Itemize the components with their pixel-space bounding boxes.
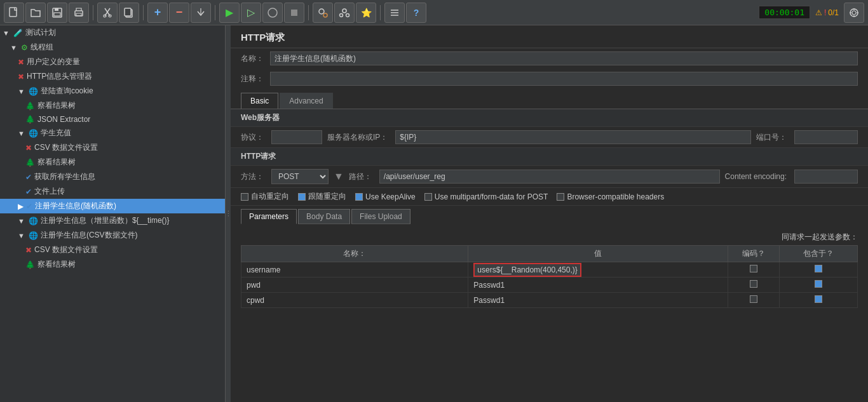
encoding-input[interactable] xyxy=(794,170,858,184)
sidebar-item-student-fill[interactable]: ▼ 🌐 学生充值 xyxy=(0,126,225,140)
tab-advanced[interactable]: Advanced xyxy=(280,93,332,109)
param-value-username: users${__Random(400,450,)} xyxy=(468,262,728,278)
toolbar-print-btn[interactable] xyxy=(69,3,89,23)
expand-icon: ▼ xyxy=(3,29,10,37)
toolbar-add-btn[interactable]: + xyxy=(147,3,168,23)
include-cb-username[interactable] xyxy=(815,265,822,272)
sidebar-item-result-tree1[interactable]: 🌲 察看结果树 xyxy=(0,98,225,113)
http-request-header: HTTP请求 xyxy=(231,148,868,166)
sidebar-item-file-upload[interactable]: ✔ 文件上传 xyxy=(0,184,225,199)
cb-auto-redirect-box[interactable] xyxy=(241,193,248,201)
sub-tab-body-data[interactable]: Body Data xyxy=(298,209,350,224)
cb-browser-compat-label: Browser-compatible headers xyxy=(567,192,664,201)
svg-rect-2 xyxy=(55,8,58,11)
sidebar-item-http-header[interactable]: ✖ HTTP信息头管理器 xyxy=(0,69,225,84)
toolbar-run-btn[interactable]: ▶ xyxy=(219,3,240,23)
sidebar-item-user-vars[interactable]: ✖ 用户定义的变量 xyxy=(0,55,225,69)
web-server-header: Web服务器 xyxy=(231,109,868,127)
cb-follow-redirect-label: 跟随重定向 xyxy=(308,191,346,202)
toolbar-stop-btn[interactable] xyxy=(284,3,304,23)
sidebar-item-json-extractor[interactable]: 🌲 JSON Extractor xyxy=(0,113,225,126)
sidebar-item-label: 察看结果树 xyxy=(37,100,76,111)
svg-point-15 xyxy=(319,9,324,14)
expand-icon-5: ▼ xyxy=(18,217,25,225)
include-cb-pwd[interactable] xyxy=(815,280,822,288)
sidebar-item-test-plan[interactable]: ▼ 🧪 测试计划 xyxy=(0,25,225,40)
web-server-row: 协议： 服务器名称或IP： 端口号： xyxy=(231,127,868,148)
name-input[interactable] xyxy=(270,51,858,65)
timer-display: 00:00:01 xyxy=(759,6,810,19)
toolbar-expand-btn[interactable] xyxy=(191,3,211,23)
toolbar-tool1-btn[interactable] xyxy=(313,3,333,23)
param-value-highlight: users${__Random(400,450,)} xyxy=(473,263,581,277)
param-name-username: username xyxy=(241,262,468,278)
toolbar-remove-btn[interactable]: − xyxy=(169,3,189,23)
expand-icon-4: ▼ xyxy=(18,130,25,137)
sidebar-item-thread-group[interactable]: ▼ ⚙ 线程组 xyxy=(0,40,225,55)
sidebar-item-login-cookie[interactable]: ▼ 🌐 登陆查询cookie xyxy=(0,84,225,98)
path-input[interactable] xyxy=(379,170,720,184)
cb-keepalive-box[interactable] xyxy=(355,193,363,201)
json-extractor-icon: 🌲 xyxy=(25,115,35,124)
svg-rect-11 xyxy=(125,8,131,16)
param-include-pwd[interactable] xyxy=(780,278,858,293)
param-encode-username[interactable] xyxy=(728,262,780,278)
sidebar-item-register-time[interactable]: ▼ 🌐 注册学生信息（增里函数）${__time()} xyxy=(0,213,225,228)
warning-count-text: 0/1 xyxy=(828,8,839,17)
cb-follow-redirect-box[interactable] xyxy=(298,193,306,201)
toolbar-save-btn[interactable] xyxy=(47,3,67,23)
table-row[interactable]: pwd Passwd1 xyxy=(241,278,858,293)
toolbar-tool2-btn[interactable] xyxy=(334,3,355,23)
encode-cb-username[interactable] xyxy=(750,265,757,272)
sub-tab-files-upload[interactable]: Files Upload xyxy=(351,209,410,224)
toolbar-open-btn[interactable] xyxy=(25,3,46,23)
include-cb-cpwd[interactable] xyxy=(815,295,822,303)
table-row[interactable]: cpwd Passwd1 xyxy=(241,293,858,308)
sidebar-item-get-students[interactable]: ✔ 获取所有学生信息 xyxy=(0,170,225,184)
cb-multipart-box[interactable] xyxy=(424,193,432,201)
encode-cb-pwd[interactable] xyxy=(750,280,757,288)
sidebar-item-csv-settings2[interactable]: ✖ CSV 数据文件设置 xyxy=(0,243,225,257)
toolbar-target-btn[interactable] xyxy=(844,3,864,23)
sidebar-collapse-handle[interactable]: ··· xyxy=(226,25,231,402)
encode-cb-cpwd[interactable] xyxy=(750,295,757,303)
cb-auto-redirect[interactable]: 自动重定向 xyxy=(241,191,289,202)
svg-point-18 xyxy=(340,13,343,17)
sidebar-item-register-csv-group[interactable]: ▼ 🌐 注册学生信息(CSV数据文件) xyxy=(0,228,225,243)
toolbar-copy-btn[interactable] xyxy=(119,3,139,23)
main-area: ▼ 🧪 测试计划 ▼ ⚙ 线程组 ✖ 用户定义的变量 ✖ HTTP信息头管理器 … xyxy=(0,25,868,402)
cb-keepalive[interactable]: Use KeepAlive xyxy=(355,192,416,201)
param-include-username[interactable] xyxy=(780,262,858,278)
toolbar-run2-btn[interactable]: ▷ xyxy=(241,3,261,23)
param-encode-cpwd[interactable] xyxy=(728,293,780,308)
sidebar-item-result-tree2[interactable]: 🌲 察看结果树 xyxy=(0,155,225,170)
sidebar-item-result-tree3[interactable]: 🌲 察看结果树 xyxy=(0,257,225,272)
cb-browser-compat-box[interactable] xyxy=(557,193,564,201)
toolbar-pause-btn[interactable] xyxy=(262,3,283,23)
cb-follow-redirect[interactable]: 跟随重定向 xyxy=(298,191,346,202)
thread-group-icon: ⚙ xyxy=(21,43,28,52)
csv-settings-icon: ✖ xyxy=(25,144,32,152)
cb-browser-compat[interactable]: Browser-compatible headers xyxy=(557,192,664,201)
toolbar-cut-btn[interactable] xyxy=(97,3,118,23)
sidebar-item-csv-settings[interactable]: ✖ CSV 数据文件设置 xyxy=(0,140,225,155)
method-select[interactable]: POST GET PUT DELETE xyxy=(271,169,329,184)
port-input[interactable] xyxy=(794,130,858,144)
sub-tab-parameters[interactable]: Parameters xyxy=(241,209,297,224)
toolbar-list-btn[interactable] xyxy=(384,3,405,23)
expand-icon-3: ▼ xyxy=(18,88,25,95)
comment-input[interactable] xyxy=(270,72,858,86)
tab-basic[interactable]: Basic xyxy=(241,93,278,109)
protocol-input[interactable] xyxy=(271,130,322,144)
param-encode-pwd[interactable] xyxy=(728,278,780,293)
param-include-cpwd[interactable] xyxy=(780,293,858,308)
col-header-encode: 编码？ xyxy=(728,246,780,262)
name-label: 名称： xyxy=(241,53,266,64)
toolbar-new-btn[interactable] xyxy=(4,3,24,23)
toolbar-help-btn[interactable]: ? xyxy=(406,3,426,23)
sidebar-item-register-random[interactable]: ▶ ✔ 注册学生信息(随机函数) xyxy=(0,199,225,213)
table-row[interactable]: username users${__Random(400,450,)} xyxy=(241,262,858,278)
toolbar-tool3-btn[interactable]: ⭐ xyxy=(356,3,376,23)
server-input[interactable] xyxy=(395,130,751,144)
cb-multipart[interactable]: Use multipart/form-data for POST xyxy=(424,192,548,201)
